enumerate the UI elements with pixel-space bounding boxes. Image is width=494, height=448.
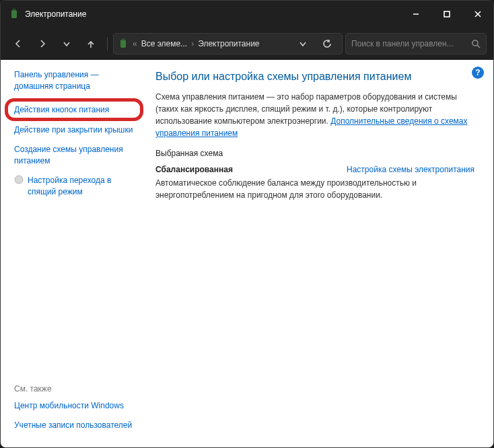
back-button[interactable] (7, 33, 29, 54)
svg-line-10 (477, 45, 480, 48)
svg-rect-8 (122, 38, 125, 40)
search-icon (471, 39, 481, 48)
page-heading: Выбор или настройка схемы управления пит… (155, 71, 474, 83)
sidebar: Панель управления — домашняя страница Де… (1, 60, 147, 447)
sidebar-link-home[interactable]: Панель управления — домашняя страница (14, 69, 139, 92)
maximize-button[interactable] (431, 1, 462, 28)
selected-plan-label: Выбранная схема (155, 149, 474, 158)
breadcrumb-segment-power[interactable]: Электропитание (198, 39, 259, 48)
sidebar-link-label: Настройка перехода в спящий режим (28, 175, 139, 198)
content-area: Панель управления — домашняя страница Де… (1, 60, 493, 447)
chevron-left-icon: « (131, 39, 139, 48)
main-panel: ? Выбор или настройка схемы управления п… (147, 60, 493, 447)
breadcrumb-segment-all[interactable]: Все элеме... (141, 39, 187, 48)
search-box[interactable] (345, 33, 487, 54)
page-description: Схема управления питанием — это набор па… (155, 91, 474, 139)
sidebar-link-mobility-center[interactable]: Центр мобильности Windows (14, 400, 139, 412)
search-input[interactable] (351, 39, 467, 48)
minimize-button[interactable] (400, 1, 431, 28)
svg-rect-3 (444, 11, 450, 17)
plan-settings-link[interactable]: Настройка схемы электропитания (347, 165, 474, 174)
chevron-right-icon: › (190, 39, 195, 48)
help-icon[interactable]: ? (472, 67, 484, 79)
svg-point-11 (15, 176, 23, 184)
app-icon (9, 9, 20, 20)
sidebar-link-user-accounts[interactable]: Учетные записи пользователей (14, 420, 139, 431)
recent-dropdown[interactable] (56, 33, 77, 54)
shield-icon (14, 175, 24, 184)
close-button[interactable] (462, 1, 493, 28)
sidebar-link-lid-action[interactable]: Действие при закрытии крышки (14, 124, 139, 136)
titlebar: Электропитание (1, 1, 493, 28)
power-icon (118, 38, 129, 49)
svg-rect-1 (13, 9, 15, 11)
plan-name: Сбалансированная (155, 165, 233, 174)
forward-button[interactable] (32, 33, 53, 54)
sidebar-link-create-plan[interactable]: Создание схемы управления питанием (14, 144, 139, 167)
toolbar: « Все элеме... › Электропитание (1, 28, 493, 60)
svg-rect-7 (120, 40, 126, 48)
sidebar-link-sleep-settings[interactable]: Настройка перехода в спящий режим (14, 175, 139, 198)
svg-point-9 (472, 40, 478, 46)
breadcrumb[interactable]: « Все элеме... › Электропитание (113, 33, 343, 54)
sidebar-link-power-buttons[interactable]: Действия кнопок питания (9, 100, 139, 120)
svg-rect-0 (11, 10, 17, 18)
up-button[interactable] (80, 33, 102, 54)
see-also-label: См. также (14, 384, 139, 394)
refresh-button[interactable] (316, 33, 338, 54)
window-title: Электропитание (25, 9, 400, 19)
plan-description: Автоматическое соблюдение баланса между … (155, 177, 474, 201)
breadcrumb-dropdown[interactable] (292, 33, 314, 54)
